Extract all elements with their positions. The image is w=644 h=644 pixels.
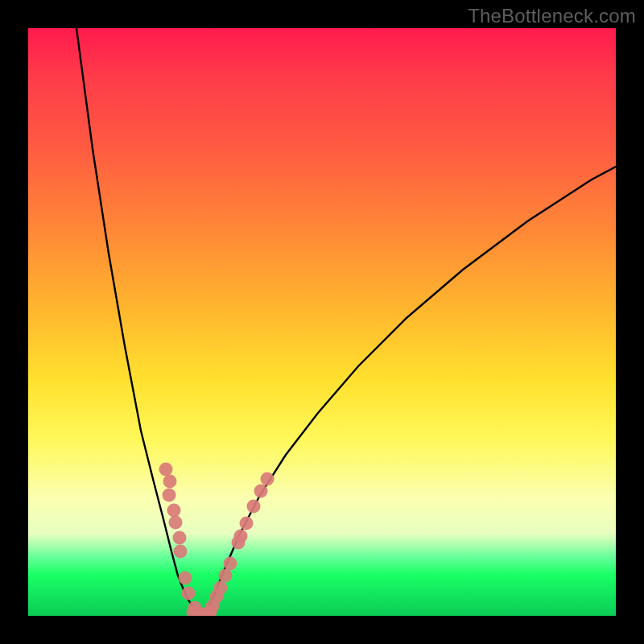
data-point — [163, 489, 176, 502]
curves-layer — [28, 28, 616, 616]
data-point — [167, 504, 181, 518]
left-curve-path — [76, 28, 204, 614]
data-point — [254, 485, 268, 498]
data-point — [173, 531, 187, 545]
data-point — [214, 581, 228, 595]
watermark-text: TheBottleneck.com — [468, 5, 636, 27]
data-point — [182, 587, 196, 601]
chart-frame: TheBottleneck.com — [0, 0, 644, 644]
data-point — [179, 572, 192, 585]
data-point — [159, 463, 173, 477]
data-point — [219, 569, 233, 583]
data-point — [240, 517, 254, 530]
plot-area — [28, 28, 616, 616]
data-point — [174, 545, 188, 559]
right-curve-path — [204, 167, 616, 614]
data-point — [169, 516, 183, 530]
data-point — [261, 473, 275, 486]
data-point — [163, 475, 177, 489]
data-point — [234, 530, 248, 543]
data-point — [224, 557, 237, 571]
data-point — [247, 500, 261, 514]
